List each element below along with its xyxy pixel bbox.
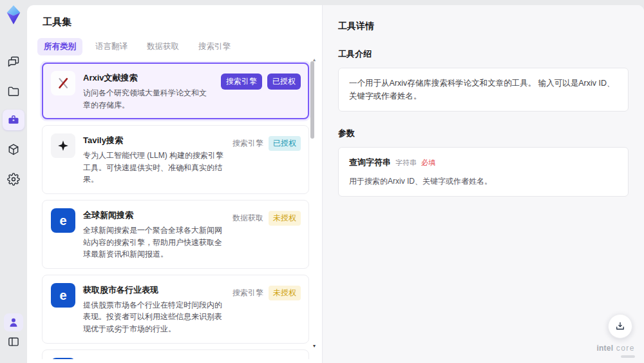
param-required-label: 必填 — [421, 157, 435, 169]
tool-card-global-news[interactable]: e 全球新闻搜索 全球新闻搜索是一个聚合全球各大新闻网站内容的搜索引擎，帮助用户… — [42, 200, 309, 269]
category-tabs: 所有类别 语言翻译 数据获取 搜索引擎 — [37, 38, 322, 55]
category-tag: 搜索引擎 — [232, 136, 263, 151]
tool-card-sector-performance[interactable]: e 获取股市各行业表现 提供股票市场各个行业在特定时间段内的表现。投资者可以利用… — [42, 275, 309, 344]
tab-all-categories[interactable]: 所有类别 — [37, 38, 82, 55]
sparkle-icon — [51, 133, 75, 158]
tool-list-panel: 工具集 所有类别 语言翻译 数据获取 搜索引擎 Arxiv文献搜索 访问各个研究… — [27, 5, 322, 363]
tool-detail-panel: 工具详情 工具介绍 一个用于从Arxiv存储库搜索科学论文和文章的工具。 输入可… — [322, 5, 644, 363]
tab-data-fetch[interactable]: 数据获取 — [140, 38, 185, 55]
detail-title: 工具详情 — [338, 21, 629, 32]
folder-icon[interactable] — [6, 84, 21, 99]
auth-badge: 未授权 — [269, 211, 301, 226]
intro-heading: 工具介绍 — [338, 48, 629, 60]
tool-name: Tavily搜索 — [83, 135, 223, 146]
tool-desc: 访问各个研究领域大量科学论文和文章的存储库。 — [83, 87, 212, 111]
core-wordmark: core — [616, 344, 635, 353]
tool-card-arxiv[interactable]: Arxiv文献搜索 访问各个研究领域大量科学论文和文章的存储库。 搜索引擎 已授… — [42, 63, 309, 119]
panel-toggle-icon[interactable] — [6, 335, 21, 349]
app-logo-icon[interactable] — [4, 5, 23, 28]
cube-icon[interactable] — [6, 142, 21, 157]
tool-list: Arxiv文献搜索 访问各个研究领域大量科学论文和文章的存储库。 搜索引擎 已授… — [27, 61, 322, 359]
intel-wordmark: intel — [597, 344, 614, 353]
page-title: 工具集 — [43, 16, 322, 28]
tool-card-tavily[interactable]: Tavily搜索 专为人工智能代理 (LLM) 构建的搜索引擎工具。可快速提供实… — [42, 125, 309, 194]
intro-box: 一个用于从Arxiv存储库搜索科学论文和文章的工具。 输入可以是Arxiv ID… — [338, 68, 629, 112]
toolbox-icon[interactable] — [6, 113, 21, 127]
param-box: 查询字符串 字符串 必填 用于搜索的Arxiv ID、关键字或作者姓名。 — [338, 147, 629, 197]
tool-desc: 提供股票市场各个行业在特定时间段内的表现。投资者可以利用这些信息来识别表现优于或… — [83, 299, 223, 335]
auth-badge: 已授权 — [269, 136, 301, 151]
arxiv-logo-icon — [51, 71, 75, 95]
tool-card-active-stocks[interactable]: e 获取市场最活跃股票信息 提供当天交易量最高的股票列表，投资者可以利用这些信息… — [42, 349, 309, 359]
tool-name: 获取股市各行业表现 — [83, 284, 223, 296]
gear-icon[interactable] — [6, 172, 21, 186]
intel-core-logo: intel core — [597, 342, 635, 358]
news-logo-icon: e — [51, 208, 75, 233]
auth-badge: 未授权 — [269, 286, 301, 300]
category-tag: 搜索引擎 — [221, 74, 262, 90]
scrollbar-thumb[interactable] — [310, 61, 314, 139]
app-rail — [0, 0, 27, 363]
stock-logo-icon: e — [51, 358, 75, 359]
download-icon — [614, 320, 626, 332]
param-type: 字符串 — [395, 157, 417, 169]
user-icon[interactable] — [6, 315, 21, 329]
category-tag: 搜索引擎 — [232, 286, 263, 300]
param-desc: 用于搜索的Arxiv ID、关键字或作者姓名。 — [349, 175, 618, 188]
chat-icon[interactable] — [6, 55, 21, 69]
tool-name: 全球新闻搜索 — [83, 210, 223, 221]
scrollbar-down-arrow[interactable]: ▾ — [313, 343, 316, 349]
category-tag: 数据获取 — [232, 211, 263, 226]
main-workspace: 工具集 所有类别 语言翻译 数据获取 搜索引擎 Arxiv文献搜索 访问各个研究… — [27, 5, 644, 363]
param-name: 查询字符串 — [349, 156, 391, 170]
auth-badge: 已授权 — [267, 74, 301, 90]
tab-language-translation[interactable]: 语言翻译 — [89, 38, 134, 55]
params-heading: 参数 — [338, 128, 629, 139]
tool-name: Arxiv文献搜索 — [83, 72, 212, 84]
download-button[interactable] — [608, 314, 632, 338]
tool-desc: 专为人工智能代理 (LLM) 构建的搜索引擎工具。可快速提供实时、准确和真实的结… — [83, 150, 223, 186]
logo-sub-bar — [621, 355, 635, 358]
tab-search-engine[interactable]: 搜索引擎 — [192, 38, 237, 55]
stock-logo-icon: e — [51, 283, 75, 308]
tool-desc: 全球新闻搜索是一个聚合全球各大新闻网站内容的搜索引擎，帮助用户快速获取全球最新资… — [83, 224, 223, 260]
